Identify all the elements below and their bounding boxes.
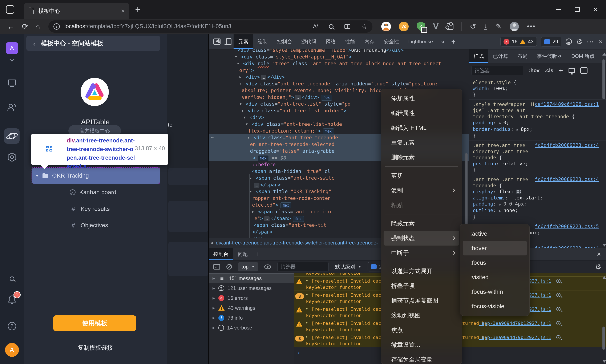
- dom-tree-line[interactable]: ▶<div>…</div>: [209, 74, 469, 80]
- menu-item[interactable]: 捕获节点屏幕截图: [384, 293, 459, 308]
- issues-badge[interactable]: ×16 43: [500, 37, 537, 47]
- console-sidebar-toggle-icon[interactable]: ←: [213, 264, 220, 270]
- read-aloud-icon[interactable]: A⁾: [313, 23, 318, 30]
- menu-item[interactable]: 焦点: [384, 323, 459, 338]
- menu-item[interactable]: 隐藏元素: [384, 216, 459, 231]
- profile-avatar[interactable]: [510, 22, 519, 31]
- source-link[interactable]: _app-3ea9094d79b12927.js:1: [479, 335, 551, 340]
- console-filter-warning[interactable]: ▶!43 warnings: [209, 303, 294, 313]
- dom-caret-icon[interactable]: ▼: [248, 134, 250, 141]
- add-devtools-tab-icon[interactable]: +: [448, 37, 459, 46]
- dom-tree-line[interactable]: ory">: [209, 67, 469, 74]
- dom-tree-line[interactable]: ▼<div role="tree" class="ant-tree ant-tr…: [209, 60, 469, 67]
- source-link[interactable]: _app-3ea9094d79b12927.js:1: [479, 321, 551, 326]
- menu-item[interactable]: 粘贴: [384, 198, 459, 212]
- console-filter-bug[interactable]: ▶14 verbose: [209, 323, 294, 333]
- dom-caret-icon[interactable]: ▼: [246, 121, 248, 128]
- menu-item[interactable]: 删除元素: [384, 150, 459, 165]
- extensions-puzzle-icon[interactable]: [447, 23, 453, 30]
- browser-tab[interactable]: 模板中心 ×: [24, 3, 129, 19]
- stylesheet-link[interactable]: fc6c4fcb20089223.css:4: [535, 177, 599, 182]
- dom-tree-line[interactable]: ▼<div class="style_treeWrapper__HjQAT">: [209, 53, 469, 60]
- menu-item[interactable]: :visited: [463, 270, 527, 285]
- toggle-classes[interactable]: .cls: [545, 67, 554, 73]
- elements-scrollbar[interactable]: [465, 153, 467, 228]
- console-filter-input[interactable]: 筛选器: [277, 262, 329, 272]
- css-rule[interactable]: element.style { width: 100%;}: [469, 78, 606, 100]
- lens-info-icon[interactable]: i: [556, 279, 561, 283]
- url-text[interactable]: localhost/template/tpcfY7xjLQSUX/tpluf3Q…: [64, 23, 231, 30]
- collections-edit-icon[interactable]: ✎: [495, 22, 502, 31]
- devtools-settings-gear-icon[interactable]: ⚙: [576, 38, 582, 46]
- dom-caret-icon[interactable]: ▶: [240, 80, 242, 87]
- live-expression-icon[interactable]: [264, 264, 271, 269]
- tree-caret-icon[interactable]: ▼: [35, 173, 39, 178]
- dom-caret-icon[interactable]: ▶: [252, 208, 254, 215]
- menu-item[interactable]: 重复元素: [384, 135, 459, 150]
- lens-info-icon[interactable]: i: [556, 321, 561, 325]
- expand-ellipsis[interactable]: …: [254, 183, 259, 188]
- menu-item[interactable]: :focus-within: [463, 285, 527, 299]
- styles-tab-4[interactable]: 事件侦听器: [532, 50, 567, 63]
- zoom-search-icon[interactable]: [329, 24, 334, 29]
- devtools-profile-icon[interactable]: [566, 39, 572, 45]
- stylesheet-link[interactable]: fc6c4fcb20089223.css:4: [535, 246, 599, 248]
- rendering-icon[interactable]: [568, 68, 575, 73]
- lens-info-icon[interactable]: i: [556, 335, 561, 339]
- context-selector[interactable]: top▼: [238, 262, 258, 272]
- css-rule[interactable]: fc6c4fcb20089223.css:4.ant-tree.ant-tree…: [469, 141, 606, 175]
- extension-incognito-icon[interactable]: [381, 22, 391, 31]
- user-avatar[interactable]: A: [5, 343, 19, 357]
- styles-filter-input[interactable]: 筛选器: [472, 66, 523, 75]
- dom-caret-icon[interactable]: ▼: [244, 114, 245, 121]
- inspect-element-icon[interactable]: [213, 39, 220, 45]
- lens-info-icon[interactable]: i: [556, 307, 561, 311]
- menu-item[interactable]: 复制: [384, 183, 459, 198]
- dom-tree-line[interactable]: ▶<div class="ant-tree-treenode" aria-hid…: [209, 80, 469, 87]
- help-icon[interactable]: ?: [8, 322, 16, 330]
- styles-tab-5[interactable]: DOM 断点: [567, 50, 599, 63]
- tree-item-kanban-board[interactable]: Kanban board: [70, 189, 116, 196]
- devtools-tab-2[interactable]: 绘制: [253, 34, 272, 49]
- menu-item[interactable]: 编辑为 HTML: [384, 121, 459, 135]
- devtools-tab-3[interactable]: 控制台: [272, 34, 297, 49]
- css-rule[interactable]: fc6c4fcb20089223.css:4.ant-tree .ant-tre…: [469, 175, 606, 222]
- tab-close-icon[interactable]: ×: [121, 7, 125, 14]
- back-icon[interactable]: ←: [7, 22, 15, 31]
- styles-scrollbar[interactable]: [602, 59, 605, 99]
- dom-caret-icon[interactable]: ▼: [235, 53, 237, 60]
- window-close-button[interactable]: ×: [593, 6, 598, 13]
- history-icon[interactable]: ↺: [470, 22, 476, 31]
- console-close-icon[interactable]: ×: [597, 250, 601, 258]
- more-tabs-icon[interactable]: »: [438, 38, 448, 45]
- console-scroll-up-icon[interactable]: [602, 276, 606, 279]
- tree-item-key-results[interactable]: # Key results: [70, 205, 110, 212]
- flex-editor-icon[interactable]: [516, 190, 521, 194]
- menu-item[interactable]: 以递归方式展开: [384, 264, 459, 279]
- menu-item[interactable]: :focus-visible: [463, 299, 527, 313]
- extension-shield-icon[interactable]: ✓1: [417, 22, 425, 31]
- flex-badge[interactable]: flex: [293, 216, 304, 222]
- console-filter-list[interactable]: ▶≡151 messages: [209, 273, 294, 283]
- css-rule[interactable]: cef1674489c6f196.css:1.style_treeWrapper…: [469, 100, 606, 141]
- extension-vue-icon[interactable]: V: [433, 22, 439, 31]
- styles-scroll-up-icon[interactable]: [602, 52, 606, 55]
- lens-info-icon[interactable]: i: [556, 293, 561, 297]
- devtools-tab-5[interactable]: 网络: [321, 34, 340, 49]
- home-icon[interactable]: ⌂: [35, 22, 40, 31]
- breadcrumb-back-icon[interactable]: ◀: [210, 240, 213, 245]
- menu-item[interactable]: 编辑属性: [384, 106, 459, 121]
- clear-console-icon[interactable]: [226, 264, 232, 270]
- menu-item[interactable]: 添加属性: [384, 91, 459, 106]
- template-center-nav-active[interactable]: [4, 128, 20, 144]
- address-bar[interactable]: i localhost/template/tpcfY7xjLQSUX/tpluf…: [48, 20, 373, 33]
- copy-template-link[interactable]: 复制模板链接: [24, 344, 167, 352]
- styles-tab-3[interactable]: 布局: [513, 50, 532, 63]
- console-filter-user[interactable]: ▶121 user messages: [209, 283, 294, 293]
- window-maximize-button[interactable]: [575, 7, 580, 12]
- dom-caret-icon[interactable]: ▼: [237, 60, 239, 67]
- workspace-avatar[interactable]: A: [6, 42, 18, 54]
- console-tab-1[interactable]: 控制台: [209, 248, 233, 260]
- expand-ellipsis[interactable]: …: [264, 216, 270, 221]
- menu-item[interactable]: :active: [463, 226, 527, 241]
